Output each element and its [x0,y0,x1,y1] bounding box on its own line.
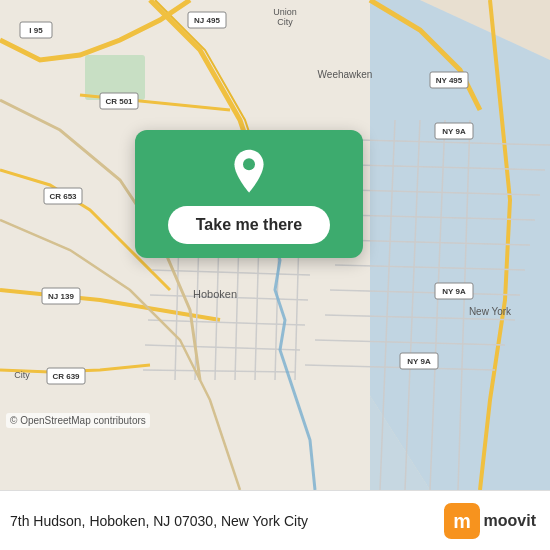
map-container: I 95 NJ 495 NY 495 CR 501 CR 653 NY 9A N… [0,0,550,490]
svg-text:New York: New York [469,306,512,317]
svg-text:NJ 495: NJ 495 [194,16,220,25]
take-me-there-button[interactable]: Take me there [168,206,330,244]
svg-text:City: City [277,17,293,27]
svg-text:CR 639: CR 639 [52,372,80,381]
svg-text:NJ 139: NJ 139 [48,292,74,301]
svg-point-60 [243,158,255,170]
svg-text:Hoboken: Hoboken [193,288,237,300]
svg-text:NY 495: NY 495 [436,76,463,85]
bottom-bar: 7th Hudson, Hoboken, NJ 07030, New York … [0,490,550,550]
svg-text:m: m [453,510,471,532]
svg-text:NY 9A: NY 9A [442,287,466,296]
svg-text:CR 501: CR 501 [105,97,133,106]
svg-text:CR 653: CR 653 [49,192,77,201]
svg-text:Union: Union [273,7,297,17]
moovit-logo: m moovit [444,503,536,539]
osm-credit: © OpenStreetMap contributors [6,413,150,428]
moovit-icon: m [444,503,480,539]
svg-text:NY 9A: NY 9A [442,127,466,136]
svg-text:NY 9A: NY 9A [407,357,431,366]
svg-text:I 95: I 95 [29,26,43,35]
address-text: 7th Hudson, Hoboken, NJ 07030, New York … [10,513,308,529]
svg-text:Weehawken: Weehawken [318,69,373,80]
location-pin-icon [225,148,273,196]
svg-text:City: City [14,370,30,380]
location-card: Take me there [135,130,363,258]
moovit-text: moovit [484,512,536,530]
